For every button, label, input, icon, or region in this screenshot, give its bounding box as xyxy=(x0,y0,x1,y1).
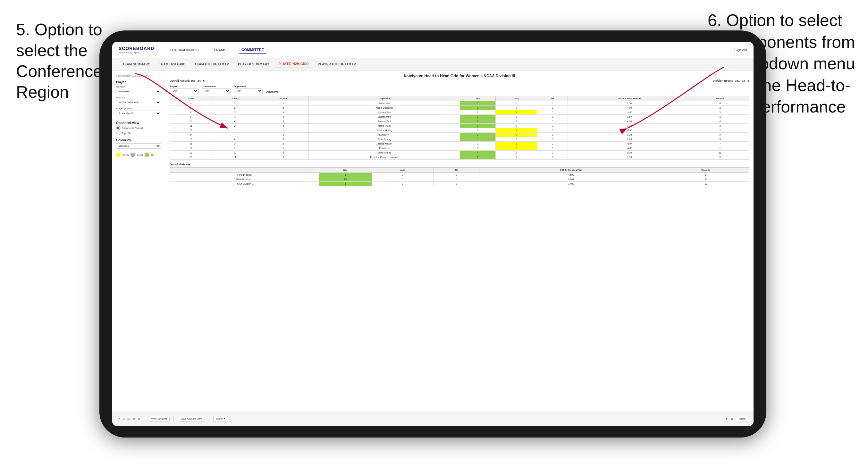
logo-area: SCOREBOARD Powered by clippd xyxy=(119,46,154,54)
watch-button[interactable]: Watch ▾ xyxy=(213,416,228,422)
ood-cell-rounds: 30 xyxy=(663,177,749,182)
cell-win: 2 xyxy=(460,133,496,137)
cell-opponent: Euna Lee xyxy=(308,146,460,151)
ood-table-row: Foreign Team 1 0 0 4.500 2 xyxy=(170,173,749,177)
cell-loss: 2 xyxy=(496,133,537,137)
ood-cell-opponent: NAIA Division 1 xyxy=(170,177,319,182)
cell-tie: 0 xyxy=(537,115,568,119)
out-of-division-title: Out of division xyxy=(169,163,749,166)
cell-win: 1 xyxy=(460,101,496,106)
toolbar-step-back[interactable]: ⏮ xyxy=(128,417,130,421)
cell-win: 1 xyxy=(460,124,496,128)
cell-win: 0 xyxy=(460,110,496,115)
filter-opponent-select[interactable]: (All) xyxy=(234,89,262,93)
cell-tie: 0 xyxy=(537,142,568,146)
ood-col-tie: Tie xyxy=(434,168,479,173)
logo-text: SCOREBOARD xyxy=(119,46,154,51)
cell-opponent: Andrea York xyxy=(308,119,460,124)
sign-out-link[interactable]: Sign out xyxy=(734,48,747,52)
cell-conf: 3 xyxy=(258,119,308,124)
col-opponent: Opponent xyxy=(308,96,460,101)
arrow-left-svg xyxy=(125,64,237,154)
cell-conf: 3 xyxy=(258,110,308,115)
cell-tie: 0 xyxy=(537,128,568,133)
cell-loss: 0 xyxy=(496,101,537,106)
cell-opponent: Esther Lee xyxy=(308,101,460,106)
cell-loss: 1 xyxy=(496,110,537,115)
cell-conf: 7 xyxy=(258,155,308,160)
cell-diff: 1.33 xyxy=(568,155,691,160)
ood-cell-diff: 7.400 xyxy=(479,182,663,186)
cell-conf: 4 xyxy=(258,115,308,119)
cell-tie: 0 xyxy=(537,146,568,151)
share-button[interactable]: Share xyxy=(736,416,748,422)
toolbar-settings[interactable]: ⚙ xyxy=(731,417,733,421)
ood-cell-loss: 0 xyxy=(372,177,434,182)
col-conf: # Conf xyxy=(258,96,308,101)
cell-conf: 6 xyxy=(258,151,308,155)
ood-cell-opponent: NCAA Division 2 xyxy=(170,182,319,186)
cell-loss: 2 xyxy=(496,146,537,151)
sub-nav-player-summary[interactable]: PLAYER SUMMARY xyxy=(234,61,273,68)
view-original-button[interactable]: View: Original xyxy=(148,416,169,422)
ood-cell-tie: 0 xyxy=(434,182,479,186)
nav-teams[interactable]: TEAMS xyxy=(211,47,229,53)
ood-col-opponent xyxy=(170,168,319,173)
ood-cell-win: 1 xyxy=(319,173,372,177)
cell-win: 4 xyxy=(460,151,496,155)
nav-tournaments[interactable]: TOURNAMENTS xyxy=(167,47,202,53)
cell-loss: 2 xyxy=(496,142,537,146)
cell-opponent: Jessica Mason xyxy=(308,142,460,146)
save-custom-view-button[interactable]: Save Custom View xyxy=(178,416,205,422)
ood-col-rounds: Rounds xyxy=(663,168,749,173)
sub-nav-player-h2h-heatmap[interactable]: PLAYER H2H HEATMAP xyxy=(314,61,360,68)
ood-cell-diff: 4.500 xyxy=(479,173,663,177)
ood-cell-diff: 9.267 xyxy=(479,177,663,182)
cell-tie: 0 xyxy=(537,101,568,106)
cell-loss: 1 xyxy=(496,128,537,133)
cell-tie: 0 xyxy=(537,133,568,137)
arrow-right-svg xyxy=(602,58,730,154)
toolbar-divider-1 xyxy=(144,416,144,422)
filter-opponent-label: Opponent xyxy=(234,85,262,88)
cell-opponent: Eunice Yi xyxy=(308,133,460,137)
cell-tie: 0 xyxy=(537,124,568,128)
toolbar-clock[interactable]: ⊕ xyxy=(137,417,140,421)
bottom-toolbar: ↩ ↺ ⏮ ⧉ ⊕ View: Original Save Custom Vie… xyxy=(112,411,753,426)
ood-col-loss: Loss xyxy=(372,168,434,173)
cell-opponent: Heejo Hyun xyxy=(308,124,460,128)
toolbar-export[interactable]: ⬆ xyxy=(725,417,728,421)
radio-top100-input[interactable] xyxy=(116,131,120,135)
cell-opponent: Emily Chang xyxy=(308,151,460,155)
cell-opponent: Federica Domecq Lacroze xyxy=(308,155,460,160)
toolbar-redo[interactable]: ↺ xyxy=(123,417,125,421)
logo-sub: Powered by clippd xyxy=(119,51,154,54)
cell-win: 1 xyxy=(460,142,496,146)
ood-cell-tie: 0 xyxy=(434,173,479,177)
cell-conf: 5 xyxy=(258,137,308,142)
table-row: 20 11 7 Federica Domecq Lacroze 2 1 0 1.… xyxy=(170,155,749,160)
col-loss: Loss xyxy=(496,96,537,101)
cell-tie: 0 xyxy=(537,151,568,155)
sub-nav-player-h2h-grid[interactable]: PLAYER H2H GRID xyxy=(275,60,313,68)
cell-tie: 0 xyxy=(537,119,568,124)
out-of-division-table: Win Loss Tie Diff Av Strokes/Rnd Rounds … xyxy=(169,167,749,186)
toolbar-divider-2 xyxy=(174,416,174,422)
cell-conf: 4 xyxy=(258,133,308,137)
col-win: Win xyxy=(460,96,496,101)
cell-loss: 0 xyxy=(496,119,537,124)
toolbar-copy[interactable]: ⧉ xyxy=(133,417,135,421)
dot-down xyxy=(116,153,121,157)
ood-cell-rounds: 10 xyxy=(663,182,749,186)
cell-opponent: Sydney Kuo xyxy=(308,110,460,115)
ood-cell-opponent: Foreign Team xyxy=(170,173,319,177)
toolbar-undo[interactable]: ↩ xyxy=(117,417,120,421)
ood-header-row: Win Loss Tie Diff Av Strokes/Rnd Rounds xyxy=(170,168,749,173)
cell-opponent: Sharon Mun xyxy=(308,115,460,119)
cell-win: 1 xyxy=(460,106,496,110)
cell-opponent: Stella Cheng xyxy=(308,137,460,142)
ood-col-diff: Diff Av Strokes/Rnd xyxy=(479,168,663,173)
cell-tie: 0 xyxy=(537,110,568,115)
radio-opponents-played-input[interactable] xyxy=(116,126,120,130)
nav-committee[interactable]: COMMITTEE xyxy=(239,46,267,54)
